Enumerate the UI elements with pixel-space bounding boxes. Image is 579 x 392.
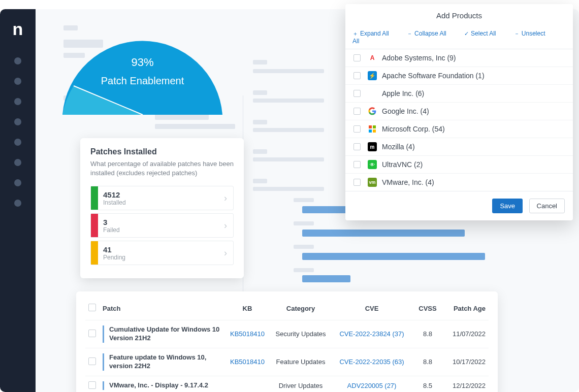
vendor-icon: ⚡: [368, 71, 377, 80]
nav-item[interactable]: [14, 179, 21, 186]
sidebar: n: [0, 9, 36, 392]
patch-category: Security Updates: [270, 320, 331, 348]
vendor-icon: 👁: [368, 160, 377, 169]
svg-rect-4: [373, 129, 376, 133]
select-all-checkbox[interactable]: [88, 304, 96, 311]
vendor-checkbox[interactable]: [353, 90, 361, 97]
expand-all-link[interactable]: ＋Expand All: [352, 30, 397, 37]
vendor-name: UltraVNC (2): [382, 160, 423, 169]
vendor-row[interactable]: vmVMware, Inc. (4): [345, 174, 573, 191]
svg-rect-1: [369, 125, 372, 128]
stat-label: Installed: [103, 199, 213, 206]
row-checkbox[interactable]: [88, 357, 96, 365]
stat-value: 41: [103, 245, 213, 254]
cancel-button[interactable]: Cancel: [529, 199, 565, 213]
patch-name: Feature update to Windows 10, version 22…: [103, 353, 221, 371]
vendor-icon: [368, 124, 377, 134]
gauge-caption: Patch Enablement: [57, 75, 228, 87]
vendor-icon: vm: [368, 178, 377, 187]
patch-age: 11/07/2022: [443, 320, 489, 348]
cve-link[interactable]: CVE-2022-22035 (63): [339, 358, 404, 366]
patches-installed-card: Patches Installed What percentage of ava…: [80, 138, 244, 278]
vendor-name: Mozilla (4): [382, 143, 415, 151]
stat-label: Failed: [103, 226, 213, 234]
vendor-name: Apple Inc. (6): [382, 89, 424, 97]
select-all-link[interactable]: ✓Select All: [464, 30, 504, 37]
vendor-checkbox[interactable]: [353, 143, 361, 150]
vendor-checkbox[interactable]: [353, 161, 361, 168]
vendor-icon: [368, 107, 377, 116]
vendor-checkbox[interactable]: [353, 179, 361, 186]
vendor-name: Adobe Systems, Inc (9): [382, 54, 456, 62]
cvss-score: 8.8: [412, 320, 443, 348]
nav-item[interactable]: [14, 78, 21, 85]
patch-category: Feature Updates: [270, 348, 331, 376]
vendor-name: VMware, Inc. (4): [382, 178, 434, 186]
col-category: Category: [270, 300, 331, 320]
stat-row[interactable]: 4512Installed›: [90, 186, 234, 210]
vendor-checkbox[interactable]: [353, 54, 361, 61]
patch-name: VMware, Inc. - Display - 9.17.4.2: [103, 381, 221, 390]
vendor-row[interactable]: Microsoft Corp. (54): [345, 120, 573, 138]
nav-item[interactable]: [14, 98, 21, 105]
vendor-checkbox[interactable]: [353, 108, 361, 115]
add-products-modal: Add Products ＋Expand All －Collapse All ✓…: [345, 4, 573, 220]
col-patch: Patch: [100, 300, 224, 320]
stat-label: Pending: [103, 254, 213, 261]
cve-link[interactable]: ADV220005 (27): [347, 382, 397, 389]
nav-item[interactable]: [14, 139, 21, 146]
nav-item[interactable]: [14, 159, 21, 166]
cve-link[interactable]: CVE-2022-23824 (37): [339, 330, 404, 338]
vendor-row[interactable]: mMozilla (4): [345, 138, 573, 156]
gauge-percent: 93%: [57, 56, 228, 69]
card-description: What percentage of available patches hav…: [90, 159, 234, 178]
col-cvss: CVSS: [412, 300, 443, 320]
vendor-row[interactable]: Apple Inc. (6): [345, 85, 573, 103]
vendor-row[interactable]: Google Inc. (4): [345, 103, 573, 120]
vendor-name: Google Inc. (4): [382, 107, 429, 115]
card-title: Patches Installed: [90, 147, 234, 156]
row-checkbox[interactable]: [88, 381, 96, 389]
modal-toolbar: ＋Expand All －Collapse All ✓Select All －U…: [345, 27, 573, 49]
table-row: Feature update to Windows 10, version 22…: [85, 348, 489, 376]
kb-link[interactable]: KB5018410: [230, 330, 265, 338]
stat-row[interactable]: 3Failed›: [90, 213, 234, 238]
patch-name: Cumulative Update for Windows 10 Version…: [103, 325, 221, 343]
vendor-name: Microsoft Corp. (54): [382, 125, 445, 133]
patches-table: Patch KB Category CVE CVSS Patch Age Cum…: [76, 291, 498, 392]
col-age: Patch Age: [443, 300, 489, 320]
vendor-icon: [368, 89, 377, 98]
vendor-checkbox[interactable]: [353, 125, 361, 133]
vendor-row[interactable]: 👁UltraVNC (2): [345, 156, 573, 174]
table-row: Cumulative Update for Windows 10 Version…: [85, 320, 489, 348]
vendor-checkbox[interactable]: [353, 72, 361, 79]
patch-age: 10/17/2022: [443, 348, 489, 376]
svg-rect-2: [373, 125, 376, 128]
chevron-right-icon: ›: [218, 193, 233, 204]
col-kb: KB: [224, 300, 270, 320]
modal-title: Add Products: [345, 4, 573, 27]
table-row: VMware, Inc. - Display - 9.17.4.2Driver …: [85, 376, 489, 392]
vendor-row[interactable]: AAdobe Systems, Inc (9): [345, 49, 573, 67]
save-button[interactable]: Save: [492, 199, 523, 213]
row-checkbox[interactable]: [88, 330, 96, 337]
nav-item[interactable]: [14, 200, 21, 207]
nav-item[interactable]: [14, 118, 21, 125]
col-cve: CVE: [331, 300, 412, 320]
stat-value: 4512: [103, 190, 213, 199]
cvss-score: 8.8: [412, 348, 443, 376]
vendor-row[interactable]: ⚡Apache Software Foundation (1): [345, 67, 573, 85]
patch-enablement-gauge: 93% Patch Enablement: [57, 28, 228, 117]
stat-color-bar: [91, 214, 98, 237]
vendor-icon: A: [368, 53, 377, 62]
stat-row[interactable]: 41Pending›: [90, 241, 234, 265]
cvss-score: 8.5: [412, 376, 443, 392]
vendor-icon: m: [368, 142, 377, 151]
patch-age: 12/12/2022: [443, 376, 489, 392]
vendor-list[interactable]: AAdobe Systems, Inc (9)⚡Apache Software …: [345, 49, 573, 191]
kb-link[interactable]: KB5018410: [230, 358, 265, 366]
stat-value: 3: [103, 218, 213, 226]
nav-item[interactable]: [14, 57, 21, 64]
collapse-all-link[interactable]: －Collapse All: [407, 30, 455, 37]
svg-rect-3: [369, 129, 372, 133]
